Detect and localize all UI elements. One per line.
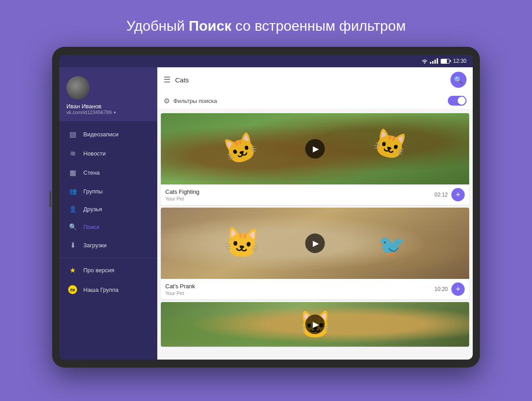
sidebar-item-label: Группы (83, 188, 102, 195)
tablet-screen: 12:30 Иван Иванов vk.com/id123456789 ▾ (59, 55, 473, 360)
profile-name: Иван Иванов (66, 103, 102, 110)
video-info: Cats Fighting Your Pet 02:12 + (161, 184, 469, 205)
filters-left: ⚙ Фильтры поиска (164, 97, 217, 105)
video-thumbnail: 🐱 🐱 ▶ (161, 113, 469, 184)
video-thumbnail: 🐱 ▶ (161, 302, 469, 347)
tablet-device: 12:30 Иван Иванов vk.com/id123456789 ▾ (52, 47, 480, 368)
sidebar-item-videos[interactable]: ▤ Видеозаписи (59, 125, 157, 144)
toggle-knob (458, 97, 466, 105)
battery-icon (441, 59, 450, 64)
svg-point-0 (424, 62, 425, 63)
avatar-image (66, 76, 90, 99)
headline: Удобный Поиск со встроенным фильтром (126, 18, 405, 34)
chevron-down-icon: ▾ (114, 110, 116, 115)
video-thumbnail: 🐱 🐦 ▶ (161, 208, 469, 279)
headline-normal: Удобный (126, 18, 188, 34)
sidebar-item-label: Друзья (83, 206, 102, 213)
filters-label: Фильтры поиска (173, 98, 217, 104)
play-button[interactable]: ▶ (305, 233, 325, 253)
sidebar-divider (59, 258, 157, 258)
downloads-icon: ⬇ (68, 241, 77, 250)
play-icon: ▶ (313, 319, 319, 329)
sidebar-item-label: Загрузки (83, 242, 106, 249)
sidebar-profile: Иван Иванов vk.com/id123456789 ▾ (59, 67, 157, 121)
signal-bars (430, 58, 438, 64)
status-bar: 12:30 (59, 55, 473, 67)
main-content: ☰ Cats 🔍 ⚙ Фильтры поиска (157, 67, 473, 360)
vk-badge-icon: вк (68, 285, 77, 294)
sidebar-item-label: Новости (83, 150, 106, 157)
play-icon: ▶ (313, 238, 319, 248)
search-input-wrapper[interactable]: Cats (175, 76, 446, 84)
video-meta: Cats Fighting Your Pet (165, 188, 434, 201)
add-icon: + (456, 285, 461, 293)
video-right: 10:20 + (434, 282, 465, 296)
play-button[interactable]: ▶ (305, 315, 325, 334)
add-to-playlist-button[interactable]: + (451, 188, 465, 201)
sidebar-item-label: Про версия (83, 267, 114, 274)
videos-icon: ▤ (68, 130, 77, 139)
video-meta: Cat's Prank Your Pet (165, 283, 434, 296)
sidebar-item-our-group[interactable]: вк Наша Группа (59, 280, 157, 299)
profile-id: vk.com/id123456789 (66, 110, 112, 115)
video-list: 🐱 🐱 ▶ Cats Fighting Your Pet (157, 110, 473, 360)
search-button[interactable]: 🔍 (450, 72, 467, 88)
sidebar-item-friends[interactable]: 👤 Друзья (59, 200, 157, 218)
sidebar-item-search[interactable]: 🔍 Поиск (59, 218, 157, 236)
status-time: 12:30 (453, 58, 467, 64)
news-icon: ≋ (68, 149, 77, 158)
sidebar-item-wall[interactable]: ▦ Стена (59, 163, 157, 182)
sidebar-item-label: Видеозаписи (83, 131, 119, 138)
video-card[interactable]: 🐱 🐱 ▶ Cats Fighting Your Pet (161, 113, 469, 205)
status-icons: 12:30 (421, 58, 467, 64)
video-card[interactable]: 🐱 ▶ (161, 302, 469, 347)
sidebar-item-pro[interactable]: ★ Про версия (59, 261, 157, 280)
video-duration: 02:12 (434, 192, 448, 198)
add-to-playlist-button[interactable]: + (451, 282, 465, 296)
star-icon: ★ (68, 266, 77, 274)
wifi-icon (421, 58, 428, 64)
video-channel: Your Pet (165, 291, 434, 296)
search-nav-icon: 🔍 (68, 223, 77, 230)
video-card[interactable]: 🐱 🐦 ▶ Cat's Prank Your Pet (161, 208, 469, 299)
search-bar: ☰ Cats 🔍 (157, 67, 473, 92)
filters-toggle[interactable] (448, 96, 467, 106)
video-info: Cat's Prank Your Pet 10:20 + (161, 279, 469, 299)
hamburger-icon[interactable]: ☰ (164, 75, 171, 85)
video-right: 02:12 + (434, 188, 465, 201)
sidebar-item-label: Поиск (83, 224, 99, 230)
play-icon: ▶ (313, 144, 319, 154)
sidebar-item-groups[interactable]: 👥 Группы (59, 182, 157, 200)
sidebar-item-label: Наша Группа (83, 286, 119, 293)
play-button[interactable]: ▶ (305, 139, 325, 159)
wall-icon: ▦ (68, 168, 77, 177)
gear-icon: ⚙ (164, 97, 170, 105)
video-duration: 10:20 (434, 286, 448, 292)
sidebar-item-downloads[interactable]: ⬇ Загрузки (59, 236, 157, 255)
video-title: Cats Fighting (165, 188, 434, 195)
add-icon: + (456, 191, 461, 199)
sidebar-item-news[interactable]: ≋ Новости (59, 144, 157, 163)
video-title: Cat's Prank (165, 283, 434, 290)
filters-row: ⚙ Фильтры поиска (157, 92, 473, 110)
video-channel: Your Pet (165, 196, 434, 201)
sidebar-item-label: Стена (83, 169, 100, 176)
app-body: Иван Иванов vk.com/id123456789 ▾ ▤ Видео… (59, 67, 473, 360)
sidebar-nav: ▤ Видеозаписи ≋ Новости ▦ Стена 👥 Группы (59, 121, 157, 360)
friends-icon: 👤 (68, 205, 77, 213)
headline-bold: Поиск (188, 18, 231, 34)
profile-id-row[interactable]: vk.com/id123456789 ▾ (66, 110, 116, 115)
avatar (66, 76, 90, 99)
search-icon: 🔍 (454, 76, 463, 84)
sidebar: Иван Иванов vk.com/id123456789 ▾ ▤ Видео… (59, 67, 157, 360)
search-query: Cats (175, 76, 189, 84)
tablet-side-button (49, 191, 51, 207)
groups-icon: 👥 (68, 188, 77, 195)
headline-suffix: со встроенным фильтром (231, 18, 405, 34)
headline-text: Удобный Поиск со встроенным фильтром (126, 18, 405, 34)
